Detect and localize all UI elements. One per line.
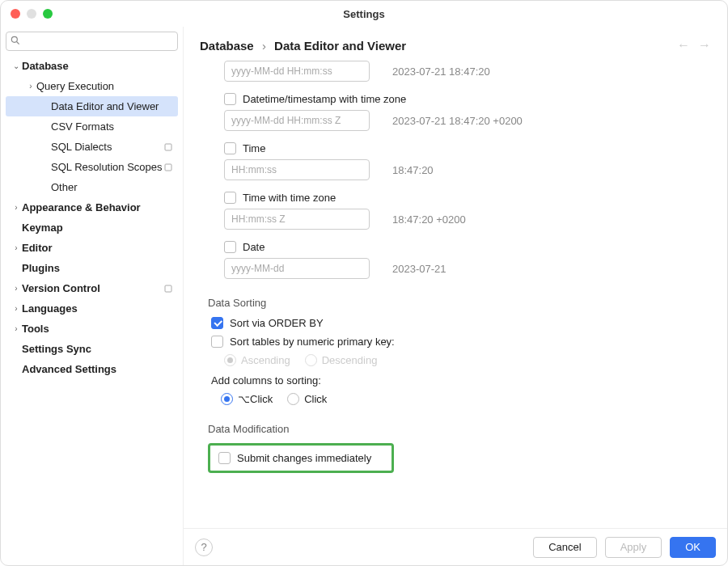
titlebar: Settings [1, 1, 727, 27]
help-button[interactable]: ? [195, 539, 213, 556]
content-header: Database › Data Editor and Viewer ← → [184, 27, 727, 61]
time-tz-label: Time with time zone [243, 192, 336, 204]
sidebar-item-sql-resolution-scopes[interactable]: SQL Resolution Scopes [6, 157, 178, 177]
project-scope-icon [163, 163, 173, 172]
data-sorting-section: Data Sorting [208, 297, 711, 309]
datetime-tz-sample: 2023-07-21 18:47:20 +0200 [392, 115, 523, 127]
window-title: Settings [1, 8, 727, 20]
breadcrumb-current: Data Editor and Viewer [274, 39, 406, 53]
date-checkbox[interactable] [224, 241, 236, 253]
sidebar-item-version-control[interactable]: ›Version Control [6, 278, 178, 298]
time-tz-format-input[interactable] [224, 209, 370, 230]
breadcrumb: Database › Data Editor and Viewer [200, 39, 406, 53]
chevron-down-icon[interactable]: ⌄ [11, 61, 22, 70]
sidebar-item-query-execution[interactable]: ›Query Execution [6, 76, 178, 96]
svg-rect-4 [165, 285, 171, 292]
optclick-label: ⌥Click [238, 393, 273, 405]
click-radio[interactable] [287, 393, 299, 405]
zoom-window-icon[interactable] [43, 9, 53, 19]
optclick-radio[interactable] [221, 393, 233, 405]
sidebar-item-editor[interactable]: ›Editor [6, 238, 178, 258]
sidebar-item-data-editor-and-viewer[interactable]: Data Editor and Viewer [6, 96, 178, 116]
sidebar-item-label: Keymap [22, 222, 178, 234]
datetime-format-input[interactable] [224, 61, 370, 82]
close-window-icon[interactable] [11, 9, 20, 19]
breadcrumb-root[interactable]: Database [200, 39, 254, 53]
project-scope-icon [163, 142, 173, 152]
sidebar-item-languages[interactable]: ›Languages [6, 298, 178, 319]
sidebar-item-label: CSV Formats [51, 120, 178, 133]
breadcrumb-separator-icon: › [262, 39, 266, 53]
svg-rect-3 [165, 164, 171, 171]
sidebar-item-csv-formats[interactable]: CSV Formats [6, 116, 178, 137]
sort-via-orderby-label: Sort via ORDER BY [230, 317, 324, 329]
chevron-right-icon[interactable]: › [11, 203, 22, 212]
time-format-input[interactable] [224, 159, 370, 180]
sidebar-item-label: Query Execution [36, 80, 178, 92]
sidebar-item-sql-dialects[interactable]: SQL Dialects [6, 137, 178, 157]
sidebar-item-other[interactable]: Other [6, 177, 178, 197]
svg-line-1 [17, 42, 19, 44]
settings-tree: ⌄Database›Query ExecutionData Editor and… [6, 56, 178, 560]
search-icon [10, 35, 21, 46]
submit-immediately-checkbox[interactable] [218, 452, 231, 464]
sidebar-item-label: Advanced Settings [22, 363, 178, 375]
sidebar-item-plugins[interactable]: Plugins [6, 258, 178, 278]
nav-forward-icon[interactable]: → [698, 38, 711, 53]
submit-immediately-label: Submit changes immediately [237, 452, 371, 464]
add-columns-label: Add columns to sorting: [211, 374, 711, 386]
ascending-label: Ascending [241, 354, 290, 366]
sidebar-item-tools[interactable]: ›Tools [6, 319, 178, 339]
sidebar-item-label: SQL Resolution Scopes [51, 161, 163, 173]
sort-via-orderby-checkbox[interactable] [211, 317, 223, 329]
sidebar-item-label: Database [22, 60, 178, 72]
sidebar-item-label: Plugins [22, 262, 178, 274]
chevron-right-icon[interactable]: › [11, 304, 22, 313]
descending-radio [305, 354, 317, 366]
sort-numeric-pk-label: Sort tables by numeric primary key: [230, 336, 395, 348]
ascending-radio [224, 354, 236, 366]
project-scope-icon [163, 284, 173, 294]
sidebar-item-label: Data Editor and Viewer [51, 100, 178, 112]
datetime-tz-label: Datetime/timestamp with time zone [243, 93, 406, 105]
ok-button[interactable]: OK [670, 537, 716, 558]
sidebar-item-label: Version Control [22, 282, 163, 294]
nav-back-icon[interactable]: ← [677, 38, 690, 53]
sort-numeric-pk-checkbox[interactable] [211, 336, 223, 348]
sidebar-item-label: Appearance & Behavior [22, 201, 178, 213]
time-tz-sample: 18:47:20 +0200 [392, 213, 466, 226]
chevron-right-icon[interactable]: › [11, 243, 22, 252]
time-tz-checkbox[interactable] [224, 192, 236, 204]
settings-scroll-area[interactable]: 2023-07-21 18:47:20 Datetime/timestamp w… [184, 61, 727, 528]
click-label: Click [304, 393, 327, 405]
datetime-sample: 2023-07-21 18:47:20 [392, 65, 490, 78]
apply-button[interactable]: Apply [605, 537, 662, 558]
datetime-tz-checkbox[interactable] [224, 93, 236, 105]
time-label: Time [243, 142, 265, 154]
date-label: Date [243, 241, 265, 253]
sidebar-item-appearance-behavior[interactable]: ›Appearance & Behavior [6, 197, 178, 218]
datetime-tz-format-input[interactable] [224, 110, 370, 131]
sidebar-item-label: SQL Dialects [51, 141, 163, 153]
submit-changes-highlight: Submit changes immediately [208, 443, 394, 473]
chevron-right-icon[interactable]: › [11, 324, 22, 333]
time-checkbox[interactable] [224, 142, 236, 154]
sidebar-item-settings-sync[interactable]: Settings Sync [6, 339, 178, 359]
sidebar-item-advanced-settings[interactable]: Advanced Settings [6, 359, 178, 379]
window-controls [11, 9, 53, 19]
data-modification-section: Data Modification [208, 423, 711, 435]
sidebar-item-label: Other [51, 181, 178, 193]
svg-rect-2 [165, 144, 171, 150]
cancel-button[interactable]: Cancel [533, 537, 596, 558]
sidebar: ⌄Database›Query ExecutionData Editor and… [1, 27, 184, 565]
chevron-right-icon[interactable]: › [11, 284, 22, 293]
sidebar-item-database[interactable]: ⌄Database [6, 56, 178, 76]
chevron-right-icon[interactable]: › [25, 82, 36, 91]
minimize-window-icon [27, 9, 36, 19]
sidebar-item-keymap[interactable]: Keymap [6, 218, 178, 238]
search-input[interactable] [6, 32, 178, 51]
dialog-footer: ? Cancel Apply OK [184, 528, 727, 565]
descending-label: Descending [322, 354, 378, 366]
date-format-input[interactable] [224, 258, 370, 279]
sidebar-item-label: Languages [22, 302, 178, 315]
